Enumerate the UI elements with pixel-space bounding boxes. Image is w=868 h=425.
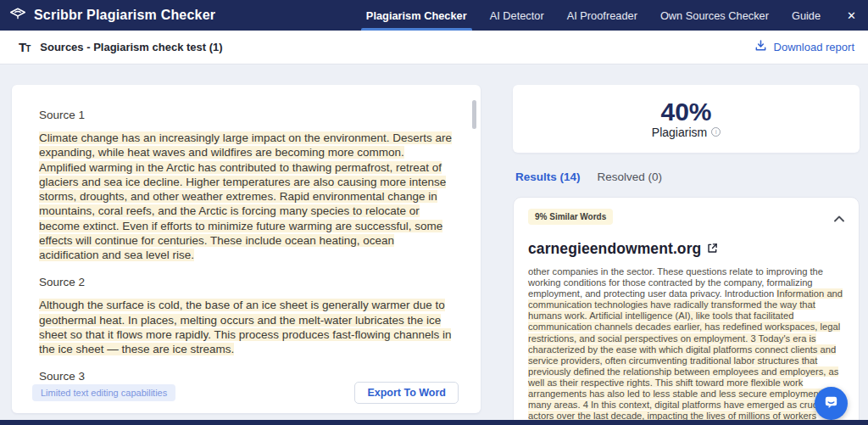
export-to-word-button[interactable]: Export To Word [354, 382, 459, 404]
document-scrollbar[interactable] [472, 100, 476, 129]
bottom-strip [0, 420, 868, 425]
source-2-heading: Source 2 [39, 276, 453, 288]
plagiarism-percentage: 40% [660, 98, 711, 126]
nav-item-ai-detector[interactable]: AI Detector [490, 0, 544, 31]
document-panel: Source 1 Climate change has an increasin… [12, 85, 481, 413]
nav-items: Plagiarism Checker AI Detector AI Proofr… [366, 0, 856, 31]
result-card-header: 9% Similar Words [528, 209, 844, 226]
source-2-highlighted-text[interactable]: Although the surface is cold, the base o… [39, 299, 451, 355]
nav-item-guide[interactable]: Guide [792, 0, 821, 31]
download-report-label: Download report [774, 41, 854, 53]
source-link[interactable]: carnegieendowment.org [528, 240, 844, 258]
plagiarism-score-card: 40% Plagiarism i [513, 85, 860, 153]
download-report-button[interactable]: Download report [754, 39, 854, 55]
chat-icon [823, 394, 839, 413]
top-navbar: Scribbr Plagiarism Checker Plagiarism Ch… [0, 0, 868, 31]
score-label-row: Plagiarism i [652, 126, 721, 139]
tab-resolved[interactable]: Resolved (0) [598, 171, 663, 183]
toolbar-left: TT Sources - Plagiarism check test (1) [19, 41, 223, 53]
document-footer: Limited text editing capabilities Export… [32, 382, 459, 404]
source-1-paragraph[interactable]: Climate change has an increasingly large… [39, 131, 453, 262]
limited-editing-badge: Limited text editing capabilities [32, 384, 175, 401]
source-domain: carnegieendowment.org [528, 240, 701, 258]
close-icon[interactable]: ✕ [847, 0, 856, 31]
info-icon[interactable]: i [711, 127, 721, 137]
document-title: Sources - Plagiarism check test (1) [40, 41, 222, 53]
sources-toolbar: TT Sources - Plagiarism check test (1) D… [0, 31, 868, 64]
app-title: Scribbr Plagiarism Checker [34, 8, 215, 23]
download-icon [754, 39, 767, 55]
text-format-icon: TT [19, 41, 30, 53]
main-content: Source 1 Climate change has an increasin… [0, 64, 868, 425]
scribbr-logo-icon [8, 6, 27, 25]
brand: Scribbr Plagiarism Checker [8, 0, 215, 31]
source-1-highlighted-text[interactable]: Climate change has an increasingly large… [39, 131, 452, 261]
results-tabs: Results (14) Resolved (0) [515, 171, 662, 183]
nav-item-own-sources-checker[interactable]: Own Sources Checker [660, 0, 769, 31]
nav-item-ai-proofreader[interactable]: AI Proofreader [567, 0, 637, 31]
chevron-up-icon[interactable] [834, 210, 844, 226]
matched-text-highlighted: Information and communication technologi… [528, 288, 843, 425]
source-2-paragraph[interactable]: Although the surface is cold, the base o… [39, 298, 453, 356]
external-link-icon [707, 242, 718, 257]
source-1-heading: Source 1 [39, 109, 453, 121]
result-card[interactable]: 9% Similar Words carnegieendowment.org o… [513, 197, 860, 425]
matched-text[interactable]: other companies in the sector. These que… [528, 266, 844, 425]
chat-launcher[interactable] [815, 387, 848, 420]
tab-results[interactable]: Results (14) [515, 171, 581, 183]
similarity-badge: 9% Similar Words [528, 209, 613, 225]
nav-item-plagiarism-checker[interactable]: Plagiarism Checker [366, 0, 467, 31]
plagiarism-label: Plagiarism [652, 126, 707, 139]
